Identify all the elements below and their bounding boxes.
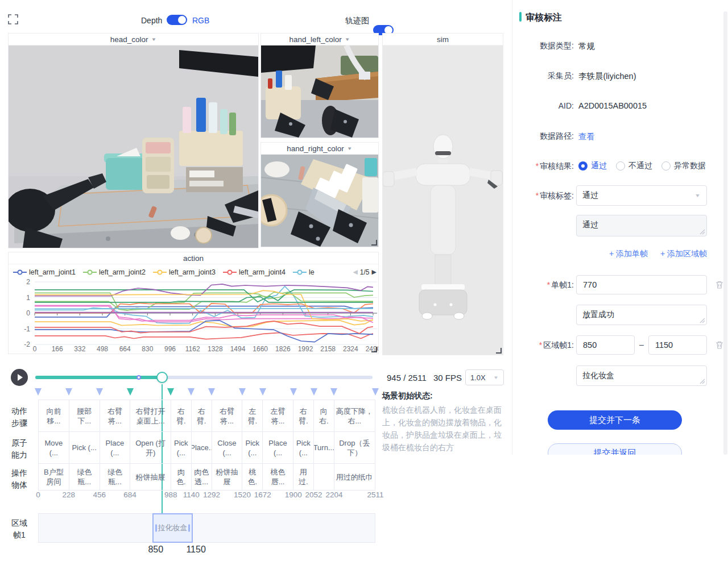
legend-item[interactable]: left_arm_joint3 bbox=[153, 268, 216, 276]
hand-left-title: hand_left_color bbox=[289, 35, 341, 44]
segment-marker[interactable] bbox=[167, 388, 174, 396]
playback-slider[interactable] bbox=[35, 376, 373, 379]
legend-item[interactable]: left_arm_joint2 bbox=[83, 268, 146, 276]
table-cell[interactable]: Open (打开) bbox=[130, 432, 171, 464]
table-cell[interactable]: 肉色. bbox=[171, 464, 192, 491]
action-trajectory-chart[interactable]: 210-1-2016633249866483099611621328149416… bbox=[9, 279, 378, 354]
region-end-input[interactable]: 1150 bbox=[648, 335, 707, 355]
segment-marker[interactable] bbox=[35, 388, 42, 396]
region-frame-block[interactable]: 拉化妆盒 bbox=[152, 513, 193, 543]
submit-return-button[interactable]: 提交并返回 bbox=[548, 443, 682, 455]
segment-marker[interactable] bbox=[208, 388, 215, 396]
scrollbar-track[interactable] bbox=[723, 11, 727, 455]
single-frame-note-textarea[interactable]: 放置成功 bbox=[576, 305, 707, 325]
speed-select[interactable]: 1.0X ▼ bbox=[465, 369, 504, 385]
table-cell[interactable]: 向右. bbox=[314, 400, 334, 432]
region-start-input[interactable]: 850 bbox=[576, 335, 635, 355]
tag-select[interactable]: 通过 ▼ bbox=[576, 185, 707, 206]
hand-left-header[interactable]: hand_left_color ▼ bbox=[261, 34, 378, 45]
chevron-down-icon: ▼ bbox=[694, 193, 701, 198]
region-right-handle[interactable] bbox=[188, 525, 190, 532]
resize-handle[interactable] bbox=[372, 240, 377, 246]
table-cell[interactable]: Place.. bbox=[192, 432, 212, 464]
table-cell[interactable]: 左臂. bbox=[242, 400, 263, 432]
radio-icon bbox=[616, 161, 625, 171]
segment-marker[interactable] bbox=[65, 388, 72, 396]
segment-marker[interactable] bbox=[290, 388, 297, 396]
resize-handle[interactable] bbox=[497, 348, 502, 354]
add-single-frame-link[interactable]: + 添加单帧 bbox=[609, 249, 648, 258]
table-cell[interactable]: 粉饼抽屉 bbox=[212, 464, 243, 491]
table-cell[interactable]: 粉饼抽屉 bbox=[130, 464, 171, 491]
table-cell[interactable]: 左臂将... bbox=[263, 400, 293, 432]
table-cell[interactable]: Place (... bbox=[100, 432, 131, 464]
tag-note-textarea[interactable]: 通过 bbox=[576, 215, 707, 236]
legend-item[interactable]: left_arm_joint4 bbox=[223, 268, 286, 276]
table-cell[interactable]: Close (... bbox=[212, 432, 243, 464]
table-cell[interactable]: 右臂将... bbox=[212, 400, 243, 432]
radio-option[interactable]: 不通过 bbox=[616, 161, 652, 171]
table-cell[interactable]: 桃色唇... bbox=[263, 464, 293, 491]
table-cell[interactable]: 绿色瓶... bbox=[69, 464, 100, 491]
hand-right-header[interactable]: hand_right_color ▼ bbox=[261, 143, 378, 155]
delete-single-frame-icon[interactable] bbox=[715, 280, 724, 289]
table-cell[interactable]: Turn... bbox=[314, 432, 334, 464]
head-color-header[interactable]: head_color ▼ bbox=[9, 34, 258, 45]
table-cell[interactable]: 右臂. bbox=[171, 400, 192, 432]
table-cell[interactable]: 右臂打开桌面上... bbox=[130, 400, 171, 432]
table-cell[interactable]: 高度下降，右... bbox=[334, 400, 375, 432]
fullscreen-icon[interactable] bbox=[8, 14, 18, 24]
table-cell[interactable] bbox=[314, 464, 334, 491]
play-button[interactable] bbox=[11, 369, 28, 386]
radio-option[interactable]: 异常数据 bbox=[661, 161, 706, 171]
legend-prev-icon[interactable]: ◀ bbox=[353, 268, 357, 276]
table-cell[interactable]: 右臂. bbox=[192, 400, 212, 432]
frame-axis-tick: 228 bbox=[63, 491, 76, 499]
submit-next-button[interactable]: 提交并下一条 bbox=[548, 410, 682, 430]
segment-marker[interactable] bbox=[96, 388, 103, 396]
region-frame-track[interactable]: 拉化妆盒 bbox=[38, 513, 375, 543]
single-frame-input[interactable]: 770 bbox=[576, 275, 707, 294]
add-region-frame-link[interactable]: + 添加区域帧 bbox=[660, 249, 707, 258]
delete-region-frame-icon[interactable] bbox=[715, 340, 724, 350]
table-cell[interactable]: Place (... bbox=[263, 432, 293, 464]
legend-next-icon[interactable]: ▶ bbox=[372, 268, 377, 276]
depth-rgb-toggle[interactable] bbox=[167, 15, 187, 25]
legend-item[interactable]: left_arm_joint1 bbox=[13, 268, 76, 276]
table-cell[interactable]: Pick (... bbox=[242, 432, 263, 464]
slider-handle[interactable] bbox=[156, 372, 168, 383]
table-cell[interactable]: 用过的纸巾 bbox=[334, 464, 375, 491]
data-path-link[interactable]: 查看 bbox=[578, 131, 595, 142]
segment-marker[interactable] bbox=[239, 388, 246, 396]
table-cell[interactable]: 绿色瓶... bbox=[100, 464, 131, 491]
table-cell[interactable]: 腰部下... bbox=[69, 400, 100, 432]
table-cell[interactable]: 桃色. bbox=[242, 464, 263, 491]
table-cell[interactable]: Move (... bbox=[39, 432, 69, 464]
table-cell[interactable]: 用过. bbox=[293, 464, 314, 491]
table-cell[interactable]: 右臂将... bbox=[100, 400, 131, 432]
table-cell[interactable]: 肉色透... bbox=[192, 464, 212, 491]
single-frame-marker[interactable] bbox=[136, 375, 141, 380]
hand-right-panel: hand_right_color ▼ bbox=[260, 142, 379, 247]
region-frame-note-textarea[interactable]: 拉化妆盒 bbox=[576, 365, 707, 386]
segment-marker[interactable] bbox=[127, 388, 134, 396]
table-cell[interactable]: Pick (... bbox=[171, 432, 192, 464]
segment-marker[interactable] bbox=[188, 388, 195, 396]
region-left-handle[interactable] bbox=[155, 525, 157, 532]
table-cell[interactable]: 右臂. bbox=[293, 400, 314, 432]
required-star: * bbox=[547, 280, 550, 289]
segment-marker[interactable] bbox=[311, 388, 317, 396]
table-cell[interactable]: 向前移... bbox=[39, 400, 69, 432]
segment-marker[interactable] bbox=[330, 388, 337, 396]
segment-marker[interactable] bbox=[259, 388, 266, 396]
legend-page-indicator: 1/5 bbox=[360, 268, 370, 276]
table-cell[interactable]: Drop（丢下） bbox=[334, 432, 375, 464]
table-cell[interactable]: Pick (... bbox=[293, 432, 314, 464]
legend-item-truncated[interactable]: le bbox=[293, 268, 315, 276]
table-cell[interactable]: B户型房间 bbox=[39, 464, 69, 491]
radio-option[interactable]: 通过 bbox=[578, 161, 607, 171]
segment-marker[interactable] bbox=[372, 388, 379, 396]
resize-handle[interactable] bbox=[372, 347, 377, 352]
legend-marker-icon bbox=[153, 269, 167, 275]
table-cell[interactable]: Pick (... bbox=[69, 432, 100, 464]
